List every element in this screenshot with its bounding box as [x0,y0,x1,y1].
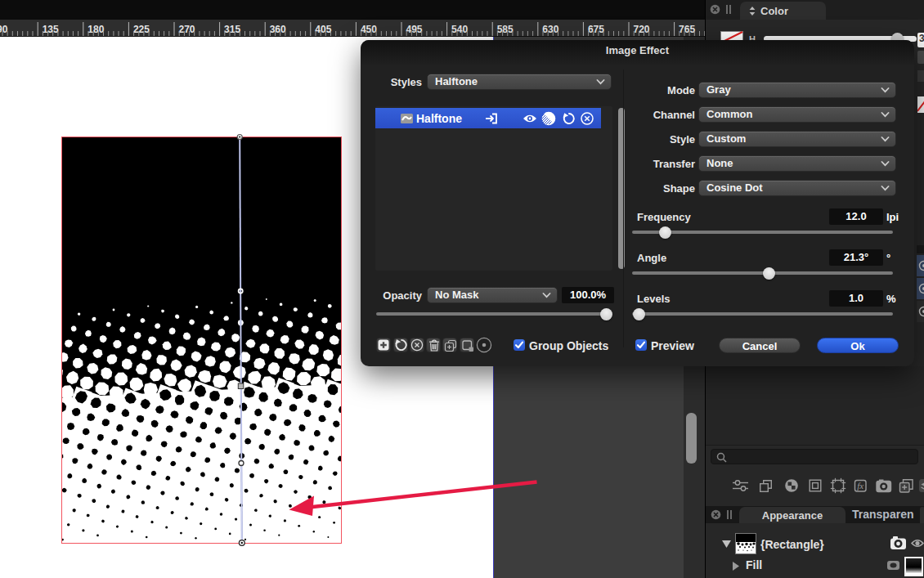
svg-text:495: 495 [406,24,423,35]
svg-text:765: 765 [679,24,695,35]
svg-text:315: 315 [224,24,240,35]
svg-text:180: 180 [87,24,104,35]
svg-text:135: 135 [43,24,59,35]
svg-text:90: 90 [0,24,8,35]
svg-text:585: 585 [497,24,514,35]
svg-text:225: 225 [133,24,150,35]
svg-text:360: 360 [270,24,286,35]
svg-text:fx: fx [857,481,863,491]
svg-text:540: 540 [451,24,468,35]
svg-text:450: 450 [361,24,377,35]
svg-text:270: 270 [179,24,195,35]
svg-text:720: 720 [634,24,650,35]
svg-text:405: 405 [315,24,331,35]
svg-text:630: 630 [542,24,558,35]
svg-text:675: 675 [588,24,604,35]
